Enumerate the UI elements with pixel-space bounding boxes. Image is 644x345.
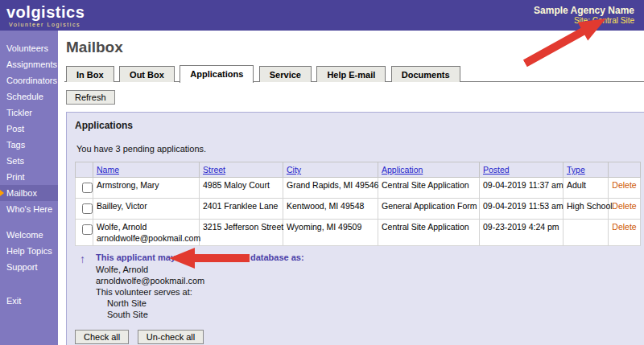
site-label: Site: Central Site: [534, 16, 634, 26]
checkbox-column-header: [76, 162, 93, 178]
duplicate-notice-heading: This applicant may already be in the dat…: [96, 253, 641, 262]
agency-name: Sample Agency Name: [534, 5, 634, 16]
delete-link[interactable]: Delete: [612, 201, 637, 211]
sidebar-item-help-topics[interactable]: Help Topics: [0, 243, 58, 259]
sidebar-item-sets[interactable]: Sets: [0, 153, 58, 169]
logo-tagline: Volunteer Logistics: [6, 22, 85, 27]
duplicate-email: arnoldwolfe@pookmail.com: [96, 276, 641, 285]
cell-email-text: arnoldwolfe@pookmail.com: [97, 233, 196, 243]
delete-link[interactable]: Delete: [612, 180, 637, 190]
delete-link[interactable]: Delete: [612, 222, 637, 232]
sidebar-item-mailbox[interactable]: Mailbox: [0, 185, 58, 201]
up-arrow-icon: ↑: [80, 253, 85, 265]
top-header-bar: volgistics Volunteer Logistics Sample Ag…: [0, 0, 644, 31]
cell-street: 4985 Maloy Court: [200, 178, 283, 199]
serves-at-label: This volunteer serves at:: [96, 287, 641, 297]
cell-type: [564, 220, 609, 246]
sidebar-item-support[interactable]: Support: [0, 259, 58, 275]
page-title: Mailbox: [66, 39, 644, 56]
table-row: Wolfe, Arnold arnoldwolfe@pookmail.com 3…: [76, 220, 641, 246]
sidebar-item-whos-here[interactable]: Who's Here: [0, 201, 58, 217]
table-header-row: Name Street City Application Posted Type: [76, 162, 641, 178]
cell-posted: 09-04-2019 11:53 am: [480, 199, 564, 220]
cell-street: 3215 Jefferson Street: [200, 220, 283, 246]
column-header-city[interactable]: City: [287, 165, 301, 175]
serves-site: South Site: [107, 310, 641, 319]
volgistics-logo: volgistics Volunteer Logistics: [6, 4, 85, 27]
cell-city: Grand Rapids, MI 49546: [283, 178, 378, 199]
row-checkbox[interactable]: [82, 224, 93, 235]
sidebar-item-volunteers[interactable]: Volunteers: [0, 40, 58, 56]
column-header-posted[interactable]: Posted: [483, 165, 510, 175]
serves-site: North Site: [107, 298, 641, 308]
pending-count-text: You have 3 pending applications.: [76, 144, 641, 154]
tab-help-email[interactable]: Help E-mail: [316, 66, 386, 82]
cell-name-text: Wolfe, Arnold: [97, 222, 147, 232]
cell-type: Adult: [564, 178, 609, 199]
sidebar-item-tickler[interactable]: Tickler: [0, 105, 58, 121]
applications-table: Name Street City Application Posted Type…: [75, 162, 641, 246]
cell-city: Kentwood, MI 49548: [283, 199, 378, 220]
cell-street: 2401 Franklee Lane: [200, 199, 283, 220]
cell-name: Wolfe, Arnold arnoldwolfe@pookmail.com: [93, 220, 200, 246]
sidebar-item-exit[interactable]: Exit: [0, 293, 58, 309]
tab-bar: In Box Out Box Applications Service Help…: [64, 64, 644, 82]
table-row: Bailley, Victor 2401 Franklee Lane Kentw…: [76, 199, 641, 220]
sidebar-item-schedule[interactable]: Schedule: [0, 88, 58, 105]
cell-city: Wyoming, MI 49509: [283, 220, 378, 246]
refresh-button[interactable]: Refresh: [66, 90, 115, 105]
tab-service[interactable]: Service: [259, 66, 312, 82]
cell-application: General Application Form: [378, 199, 480, 220]
tab-documents[interactable]: Documents: [391, 66, 460, 82]
column-header-name[interactable]: Name: [97, 165, 119, 175]
column-header-application[interactable]: Application: [382, 165, 423, 175]
column-header-type[interactable]: Type: [567, 165, 585, 175]
cell-posted: 09-04-2019 11:37 am: [480, 178, 564, 199]
cell-posted: 09-23-2019 4:24 pm: [480, 220, 564, 246]
cell-name: Armstrong, Mary: [93, 178, 200, 199]
panel-title: Applications: [75, 120, 641, 131]
cell-type: High School: [564, 199, 609, 220]
cell-application: Central Site Application: [378, 178, 480, 199]
tab-in-box[interactable]: In Box: [66, 66, 114, 82]
cell-application: Central Site Application: [378, 220, 480, 246]
tab-applications[interactable]: Applications: [180, 65, 254, 83]
sidebar-item-post[interactable]: Post: [0, 121, 58, 137]
sidebar-item-welcome[interactable]: Welcome: [0, 227, 58, 243]
row-checkbox[interactable]: [82, 183, 93, 193]
header-account-info: Sample Agency Name Site: Central Site: [534, 5, 634, 26]
logo-text: volgistics: [6, 4, 85, 20]
delete-column-header: [609, 162, 641, 178]
table-row: Armstrong, Mary 4985 Maloy Court Grand R…: [76, 178, 641, 199]
sidebar-item-assignments[interactable]: Assignments: [0, 56, 58, 72]
duplicate-applicant-notice: ↑ This applicant may already be in the d…: [78, 253, 641, 319]
sidebar-item-coordinators[interactable]: Coordinators: [0, 72, 58, 88]
tab-out-box[interactable]: Out Box: [119, 66, 175, 82]
column-header-street[interactable]: Street: [203, 165, 225, 175]
sidebar: Volunteers Assignments Coordinators Sche…: [0, 31, 58, 345]
duplicate-name: Wolfe, Arnold: [96, 265, 641, 274]
cell-name: Bailley, Victor: [93, 199, 200, 220]
uncheck-all-button[interactable]: Un-check all: [138, 330, 204, 344]
main-content: Mailbox In Box Out Box Applications Serv…: [58, 31, 644, 345]
row-checkbox[interactable]: [82, 203, 93, 214]
applications-panel: Applications You have 3 pending applicat…: [66, 112, 644, 345]
sidebar-item-print[interactable]: Print: [0, 169, 58, 185]
sidebar-item-tags[interactable]: Tags: [0, 137, 58, 153]
check-all-button[interactable]: Check all: [75, 330, 129, 344]
